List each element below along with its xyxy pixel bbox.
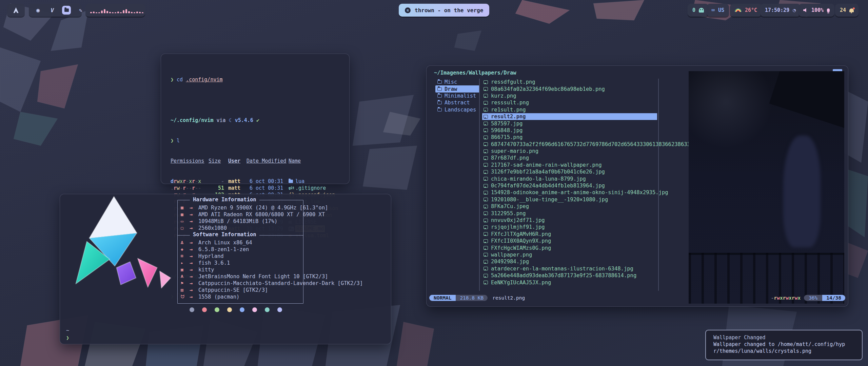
status-bar: NORMAL 218.8 KB result2.png -rwxrwxrwx 3… bbox=[429, 294, 845, 302]
weather-module[interactable]: 26°C bbox=[730, 4, 762, 17]
crystals-logo bbox=[65, 195, 177, 303]
file-name: chica-mirando-la-luna-8799.jpg bbox=[491, 176, 586, 182]
git-icon: git bbox=[289, 185, 294, 191]
arrow-right-icon: → bbox=[190, 287, 198, 293]
updates-module[interactable]: 0 bbox=[688, 4, 709, 17]
file-list-item[interactable]: 08a634fa02a32364f69ebc86a98eb1eb.png bbox=[482, 85, 658, 92]
fetch-info-text: 868x366 bbox=[198, 225, 227, 231]
file-list-item[interactable]: FXfcHgcWIAMzs0G.png bbox=[482, 244, 658, 251]
file-name: .gitignore bbox=[295, 185, 326, 191]
sidebar-folder-misc[interactable]: Misc bbox=[435, 79, 479, 85]
file-list-item[interactable]: 20492984.jpg bbox=[482, 258, 658, 265]
file-list-item[interactable]: 596848.jpg bbox=[482, 127, 658, 134]
file-list-item[interactable]: EeNKYgIUcAAJ5JX.png bbox=[482, 279, 658, 286]
file-list-item[interactable]: re1sult.png bbox=[482, 106, 658, 113]
ls-header: User bbox=[228, 158, 240, 164]
file-list-item[interactable]: ressdfgult.png bbox=[482, 79, 658, 85]
file-list-item[interactable]: resssult.png bbox=[482, 99, 658, 106]
workspace-editor[interactable]: V bbox=[48, 6, 57, 15]
file-list-item[interactable]: 68747470733a2f2f696d616765732d7769786d70… bbox=[482, 141, 658, 148]
pacman-ghost-icon bbox=[699, 8, 704, 13]
notification-popup[interactable]: Wallpaper Changed Wallpaper changed to /… bbox=[705, 330, 863, 360]
spotify-icon: ≋ bbox=[405, 7, 411, 13]
fetch-info-line: ▸→fish 3.6.1 bbox=[181, 260, 363, 266]
media-player-pill[interactable]: ≋ thrown - on the verge bbox=[399, 4, 489, 17]
file-name: 0c794faf07de24a4db4d4fb1eb813964.jpg bbox=[491, 183, 605, 189]
image-file-icon bbox=[484, 156, 488, 160]
image-file-icon bbox=[484, 260, 488, 264]
file-list-item[interactable]: rsjqojlmjhf91.jpg bbox=[482, 224, 658, 230]
visualizer-bar bbox=[90, 12, 92, 13]
file-name: 8FKa7Cu.jpeg bbox=[491, 203, 529, 209]
file-size: 218.8 KB bbox=[456, 295, 488, 301]
fetch-info-line: A→JetBrainsMono Nerd Font Light 10 [GTK2… bbox=[181, 273, 363, 280]
notification-title: Wallpaper Changed bbox=[713, 334, 854, 341]
workspace-browser[interactable]: ◉ bbox=[34, 6, 42, 15]
file-list-item[interactable]: 587597.jpg bbox=[482, 120, 658, 127]
workspace-design[interactable]: ✎ bbox=[76, 6, 85, 15]
file-list-item[interactable]: 87r687df.png bbox=[482, 155, 658, 161]
file-list-item[interactable]: wallpaper.png bbox=[482, 251, 658, 258]
visualizer-bar bbox=[106, 11, 108, 13]
image-file-icon bbox=[484, 219, 488, 222]
date-label: 24 bbox=[840, 7, 846, 13]
file-list-item[interactable]: 217167-sad-anime-rain-wallpaper.png bbox=[482, 162, 658, 168]
fetch-info-text: Catppuccin-SE [GTK2/3] bbox=[198, 287, 268, 293]
file-list-item[interactable]: result2.png bbox=[482, 113, 657, 120]
mic-icon bbox=[827, 8, 830, 12]
keyboard-layout-module[interactable]: ⌨ US bbox=[707, 4, 729, 17]
file-list-item[interactable]: atardecer-en-la-montanas-ilustracion-634… bbox=[482, 265, 658, 272]
folder-icon bbox=[437, 87, 442, 91]
gpu-icon: ▩ bbox=[181, 211, 190, 218]
file-list-item[interactable]: kurz.png bbox=[482, 93, 658, 99]
folder-icon bbox=[289, 180, 293, 183]
audio-module[interactable]: 100% bbox=[798, 4, 834, 17]
bell-icon bbox=[849, 8, 854, 12]
workspace-files[interactable] bbox=[62, 6, 71, 15]
image-preview bbox=[689, 71, 844, 304]
file-list-item[interactable]: FXfcII0X0AQyn9X.png bbox=[482, 238, 658, 244]
file-list-item[interactable]: FXfcJlTXgAMvH6R.png bbox=[482, 231, 658, 238]
display-icon: ▢ bbox=[181, 225, 190, 231]
music-visualizer[interactable] bbox=[85, 4, 145, 17]
sidebar-folder-minimalist[interactable]: Minimalist bbox=[435, 93, 479, 99]
cpu-icon: ▦ bbox=[181, 204, 190, 211]
launcher-button[interactable] bbox=[7, 4, 25, 17]
file-name: 87r687df.png bbox=[491, 155, 529, 161]
sidebar-folder-label: Abstract bbox=[445, 100, 470, 106]
file-list-item[interactable]: nnvuv0xj2df71.jpg bbox=[482, 217, 658, 224]
sidebar-folder-abstract[interactable]: Abstract bbox=[435, 99, 479, 106]
shell-icon: ▸ bbox=[181, 260, 190, 266]
date-module[interactable]: 24 bbox=[835, 4, 859, 17]
file-list-item[interactable]: chica-mirando-la-luna-8799.jpg bbox=[482, 175, 658, 182]
fetch-info-line: ▩→AMD ATI Radeon RX 6800/6800 XT / 6900 … bbox=[181, 211, 328, 218]
palette-dot bbox=[202, 307, 207, 312]
file-list-item[interactable]: 5a266e448add93deab367d87173e9f25-6837886… bbox=[482, 272, 658, 279]
os-icon: ∆ bbox=[181, 239, 190, 246]
file-list-item[interactable]: 3122955.png bbox=[482, 210, 658, 217]
fetch-info-line: ⊞→Hyprland bbox=[181, 253, 363, 260]
sidebar-folder-landscapes[interactable]: Landscapes bbox=[435, 106, 479, 113]
visualizer-bar bbox=[115, 12, 116, 13]
fetch-info-line: ◈→6.5.8-zen1-1-zen bbox=[181, 246, 363, 253]
ls-header: Size bbox=[209, 158, 221, 164]
fetch-info-text: Catppuccin-Macchiato-Standard-Lavender-D… bbox=[198, 280, 363, 287]
sidebar-folder-draw[interactable]: Draw bbox=[435, 85, 479, 92]
image-file-icon bbox=[484, 136, 488, 139]
arrow-right-icon: → bbox=[190, 260, 198, 266]
image-file-icon bbox=[484, 163, 488, 167]
workspaces: ◉V✎ bbox=[29, 4, 82, 17]
file-list-item[interactable]: 0c794faf07de24a4db4d4fb1eb813964.jpg bbox=[482, 182, 658, 189]
file-list-item[interactable]: 3126f7e9bbf21a8a4af0b67b041c6e26.jpg bbox=[482, 168, 658, 175]
visualizer-bar bbox=[125, 9, 127, 13]
palette-dot bbox=[240, 307, 244, 312]
shell-prompt[interactable]: ❯ bbox=[66, 334, 69, 341]
file-name: 19201080-__blue-tinge__-1920×1080.jpg bbox=[491, 197, 608, 203]
visualizer-bar bbox=[96, 12, 97, 13]
file-list-item[interactable]: super-mario.png bbox=[482, 148, 658, 155]
file-list-item[interactable]: 8FKa7Cu.jpeg bbox=[482, 203, 658, 210]
file-list-item[interactable]: 154928-odinokoe_anime-art-anime-okno-sin… bbox=[482, 189, 658, 196]
file-list-item[interactable]: 19201080-__blue-tinge__-1920×1080.jpg bbox=[482, 196, 658, 203]
clock-module[interactable]: 17:50:29 ◔ bbox=[760, 4, 801, 17]
file-list-item[interactable]: 866715.png bbox=[482, 134, 658, 141]
